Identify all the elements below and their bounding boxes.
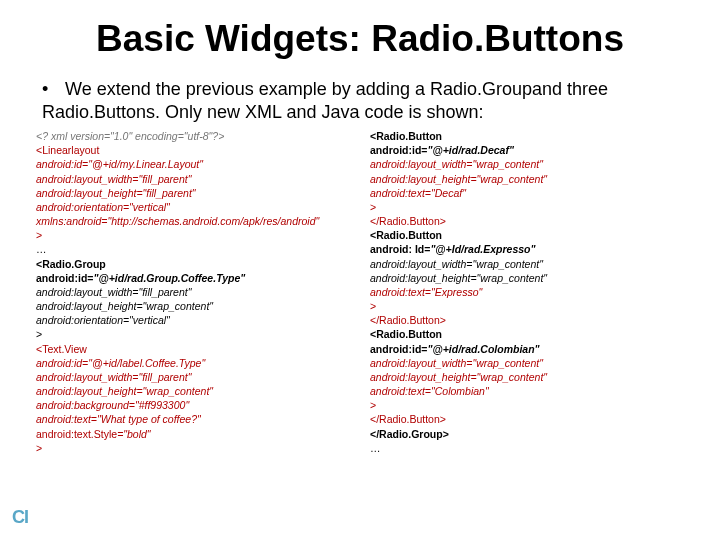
logo: CI bbox=[12, 507, 28, 528]
code-line: > bbox=[36, 441, 350, 455]
code-line: > bbox=[36, 327, 350, 341]
code-line: android:layout_width="wrap_content" bbox=[370, 257, 684, 271]
code-line: android:text="Expresso" bbox=[370, 285, 684, 299]
code-column-right: <Radio.Button android:id="@+id/rad.Decaf… bbox=[370, 129, 684, 455]
code-line: </Radio.Button> bbox=[370, 214, 684, 228]
code-line: xmlns:android="http://schemas.android.co… bbox=[36, 214, 350, 228]
code-line: android:id="@+id/rad.Decaf" bbox=[370, 143, 684, 157]
bullet-dot: • bbox=[42, 78, 60, 101]
code-line: android:text.Style="bold" bbox=[36, 427, 350, 441]
code-line: </Radio.Group> bbox=[370, 427, 684, 441]
code-line: android:layout_height="fill_parent" bbox=[36, 186, 350, 200]
code-line: <? xml version="1.0" encoding="utf-8"?> bbox=[36, 129, 350, 143]
code-line: > bbox=[370, 398, 684, 412]
code-line: <Radio.Button bbox=[370, 228, 684, 242]
code-line: android:layout_width="wrap_content" bbox=[370, 157, 684, 171]
code-line: android:orientation="vertical" bbox=[36, 313, 350, 327]
code-line: <Radio.Button bbox=[370, 327, 684, 341]
code-line: android:layout_width="fill_parent" bbox=[36, 370, 350, 384]
code-line: android:layout_height="wrap_content" bbox=[36, 299, 350, 313]
code-line: android:layout_height="wrap_content" bbox=[370, 172, 684, 186]
code-area: <? xml version="1.0" encoding="utf-8"?> … bbox=[30, 129, 690, 455]
code-line: android:orientation="vertical" bbox=[36, 200, 350, 214]
code-line: <Radio.Button bbox=[370, 129, 684, 143]
code-line: android:id="@+id/rad.Group.Coffee.Type" bbox=[36, 271, 350, 285]
bullet-content: We extend the previous example by adding… bbox=[42, 79, 608, 122]
code-line: <Radio.Group bbox=[36, 257, 350, 271]
code-line: … bbox=[370, 441, 684, 455]
code-line: android:text="What type of coffee?" bbox=[36, 412, 350, 426]
code-line: android:layout_height="wrap_content" bbox=[370, 370, 684, 384]
code-line: android:layout_height="wrap_content" bbox=[370, 271, 684, 285]
slide: Basic Widgets: Radio.Buttons • We extend… bbox=[0, 0, 720, 540]
code-line: android: Id="@+Id/rad.Expresso" bbox=[370, 242, 684, 256]
code-line: > bbox=[36, 228, 350, 242]
code-line: android:background="#ff993300" bbox=[36, 398, 350, 412]
code-line: > bbox=[370, 299, 684, 313]
code-line: android:layout_width="wrap_content" bbox=[370, 356, 684, 370]
code-line: android:layout_height="wrap_content" bbox=[36, 384, 350, 398]
slide-title: Basic Widgets: Radio.Buttons bbox=[30, 18, 690, 60]
code-line: <Text.View bbox=[36, 342, 350, 356]
code-line: android:id="@+id/rad.Colombian" bbox=[370, 342, 684, 356]
code-line: android:layout_width="fill_parent" bbox=[36, 285, 350, 299]
code-line: <Linearlayout bbox=[36, 143, 350, 157]
code-line: android:id="@+id/my.Linear.Layout" bbox=[36, 157, 350, 171]
code-line: android:id="@+id/label.Coffee.Type" bbox=[36, 356, 350, 370]
code-line: android:text="Decaf" bbox=[370, 186, 684, 200]
code-line: android:text="Colombian" bbox=[370, 384, 684, 398]
code-line: android:layout_width="fill_parent" bbox=[36, 172, 350, 186]
code-line: </Radio.Button> bbox=[370, 313, 684, 327]
code-line: > bbox=[370, 200, 684, 214]
code-column-left: <? xml version="1.0" encoding="utf-8"?> … bbox=[36, 129, 350, 455]
code-line: … bbox=[36, 242, 350, 256]
code-line: </Radio.Button> bbox=[370, 412, 684, 426]
bullet-text: • We extend the previous example by addi… bbox=[42, 78, 690, 123]
